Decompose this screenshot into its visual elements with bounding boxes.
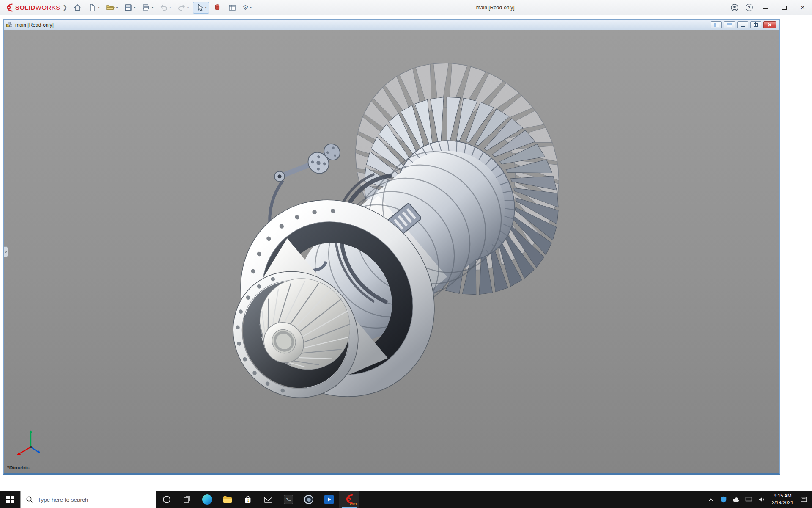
redo-button[interactable]: ▾ <box>175 2 192 14</box>
taskbar-app-solidworks[interactable]: 2021 <box>339 491 359 508</box>
home-icon <box>73 3 82 12</box>
terminal-icon: >_ <box>284 495 293 504</box>
dropdown-arrow-icon: ▾ <box>134 6 135 9</box>
show-desktop-button[interactable] <box>810 491 812 508</box>
new-document-icon <box>88 3 96 12</box>
dropdown-arrow-icon: ▾ <box>205 6 207 9</box>
app-title: main [Read-only] <box>476 5 515 11</box>
taskbar-app-file-explorer[interactable] <box>217 491 238 508</box>
app-maximize-button[interactable] <box>775 0 793 15</box>
shield-icon <box>720 496 727 503</box>
action-center-button[interactable] <box>797 491 810 508</box>
toolbar-expand-chevron-icon[interactable]: ❯ <box>63 4 68 11</box>
help-icon: ? <box>746 4 753 11</box>
dropdown-arrow-icon: ▾ <box>98 6 99 9</box>
camera-app-icon <box>304 495 313 504</box>
options-button[interactable]: ⚙ ▾ <box>240 2 254 14</box>
system-tray: 9:15 AM 2/19/2021 <box>705 491 812 508</box>
cortana-icon <box>162 495 171 504</box>
select-tool-button[interactable]: ▾ <box>193 2 209 14</box>
display-tray-button[interactable] <box>743 491 755 508</box>
solidworks-version-badge: 2021 <box>350 502 357 506</box>
app-close-button[interactable]: × <box>793 0 812 15</box>
orientation-triad[interactable] <box>13 427 49 462</box>
media-player-icon <box>324 495 334 504</box>
toolbar-right-controls: ? × <box>727 0 812 15</box>
store-icon <box>243 495 252 504</box>
doc-restore-button[interactable] <box>750 21 761 28</box>
document-titlebar[interactable]: main [Read-only] ✕ <box>4 20 779 30</box>
search-icon <box>26 496 33 503</box>
cloud-icon <box>732 497 740 502</box>
dropdown-arrow-icon: ▾ <box>250 6 252 9</box>
split-vertical-icon <box>714 23 719 27</box>
volume-icon <box>758 496 765 503</box>
appearances-button[interactable] <box>211 2 224 14</box>
split-horizontal-button[interactable] <box>724 21 735 28</box>
task-view-button[interactable] <box>177 491 197 508</box>
start-button[interactable] <box>0 491 20 508</box>
select-cursor-icon <box>195 3 204 12</box>
solidworks-logo: SOLIDWORKS <box>4 3 60 12</box>
dropdown-arrow-icon: ▾ <box>187 6 189 9</box>
doc-minimize-button[interactable] <box>737 21 748 28</box>
print-button[interactable]: ▾ <box>139 2 156 14</box>
help-button[interactable]: ? <box>742 2 756 14</box>
app-toolbar: SOLIDWORKS ❯ ▾ ▾ ▾ <box>0 0 812 15</box>
taskbar-app-media-player[interactable] <box>319 491 339 508</box>
taskbar-clock[interactable]: 9:15 AM 2/19/2021 <box>768 491 797 508</box>
panel-handle[interactable] <box>4 246 8 257</box>
panel-handle-dot-icon <box>5 251 7 253</box>
app-client-area: main [Read-only] ✕ <box>0 15 812 491</box>
doc-close-button[interactable]: ✕ <box>763 21 776 28</box>
new-document-button[interactable]: ▾ <box>85 2 102 14</box>
design-table-button[interactable] <box>225 2 239 14</box>
open-button[interactable]: ▾ <box>103 2 120 14</box>
minimize-icon <box>763 8 768 9</box>
display-icon <box>745 496 752 503</box>
file-explorer-icon <box>222 495 233 504</box>
minimize-icon <box>741 26 745 27</box>
view-orientation-label: *Dimetric <box>7 465 30 471</box>
clock-time: 9:15 AM <box>772 493 793 500</box>
chevron-up-icon <box>708 498 713 502</box>
split-vertical-button[interactable] <box>711 21 722 28</box>
engine-model <box>4 30 779 473</box>
document-title: main [Read-only] <box>15 22 54 28</box>
account-button[interactable] <box>727 2 742 14</box>
edge-browser-icon <box>202 494 212 505</box>
home-button[interactable] <box>71 2 84 14</box>
hidden-icons-button[interactable] <box>705 491 717 508</box>
save-icon <box>124 3 132 12</box>
search-placeholder: Type here to search <box>38 497 88 503</box>
security-tray-button[interactable] <box>717 491 730 508</box>
clock-date: 2/19/2021 <box>772 500 793 506</box>
cloud-tray-button[interactable] <box>730 491 743 508</box>
taskbar-app-mail[interactable] <box>258 491 278 508</box>
brand-text: SOLIDWORKS <box>15 4 60 11</box>
dropdown-arrow-icon: ▾ <box>169 6 171 9</box>
taskbar-app-store[interactable] <box>238 491 258 508</box>
account-icon <box>730 3 739 12</box>
assembly-icon <box>6 22 13 28</box>
taskbar: Type here to search >_ <box>0 491 812 508</box>
cortana-button[interactable] <box>156 491 177 508</box>
volume-tray-button[interactable] <box>755 491 768 508</box>
split-horizontal-icon <box>727 23 732 27</box>
save-button[interactable]: ▾ <box>121 2 138 14</box>
taskbar-app-terminal[interactable]: >_ <box>278 491 299 508</box>
taskbar-app-camera[interactable] <box>299 491 319 508</box>
windows-logo-icon <box>6 496 14 503</box>
restore-icon <box>754 23 758 27</box>
solidworks-app-icon: 2021 <box>343 494 356 505</box>
design-table-icon <box>228 3 236 12</box>
viewport-3d[interactable]: *Dimetric <box>4 30 779 473</box>
taskbar-app-edge[interactable] <box>197 491 217 508</box>
taskbar-search-input[interactable]: Type here to search <box>20 491 156 508</box>
undo-button[interactable]: ▾ <box>157 2 173 14</box>
task-view-icon <box>183 495 191 504</box>
undo-icon <box>159 3 168 12</box>
app-minimize-button[interactable] <box>756 0 775 15</box>
mail-icon <box>263 495 273 504</box>
dropdown-arrow-icon: ▾ <box>116 6 118 9</box>
